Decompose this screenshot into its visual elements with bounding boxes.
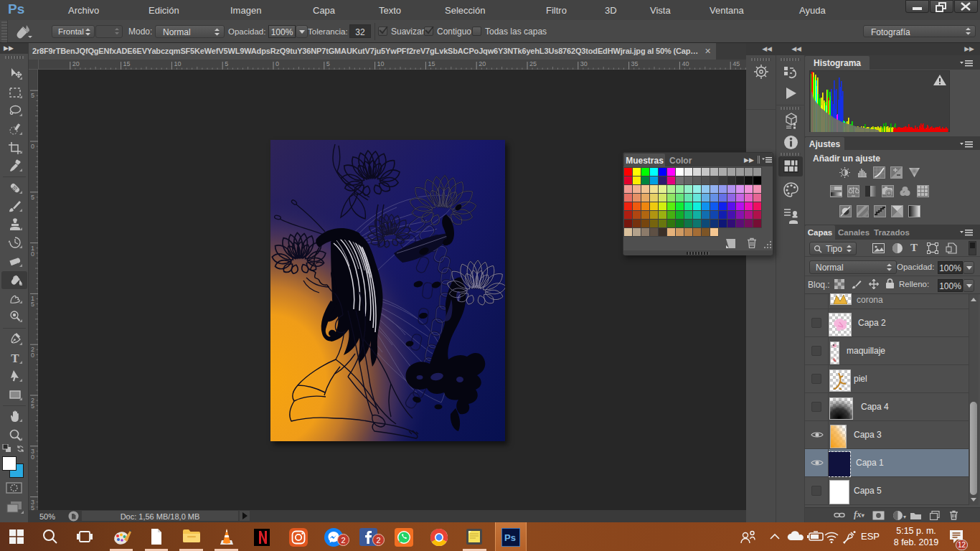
svg-text:5: 5 bbox=[31, 504, 34, 510]
svg-text:10: 10 bbox=[174, 60, 181, 67]
svg-text:35: 35 bbox=[631, 60, 639, 67]
svg-text:Ps: Ps bbox=[504, 532, 516, 543]
svg-text:5: 5 bbox=[326, 60, 330, 67]
svg-text:5: 5 bbox=[31, 301, 34, 308]
svg-text:15: 15 bbox=[428, 60, 435, 67]
svg-text:10: 10 bbox=[377, 60, 385, 67]
svg-text:5: 5 bbox=[225, 60, 228, 67]
svg-text:0: 0 bbox=[31, 143, 34, 150]
svg-text:45: 45 bbox=[732, 60, 740, 67]
svg-text:5: 5 bbox=[31, 402, 34, 410]
svg-text:T: T bbox=[11, 352, 19, 365]
svg-text:20: 20 bbox=[479, 60, 486, 67]
svg-text:15: 15 bbox=[123, 60, 131, 67]
svg-text:5: 5 bbox=[31, 92, 34, 99]
svg-text:0: 0 bbox=[31, 453, 34, 461]
svg-text:5: 5 bbox=[31, 194, 34, 201]
svg-text:0: 0 bbox=[31, 352, 34, 359]
svg-text:0: 0 bbox=[31, 250, 34, 258]
svg-text:20: 20 bbox=[72, 60, 80, 67]
svg-text:0: 0 bbox=[275, 60, 279, 67]
svg-text:25: 25 bbox=[529, 60, 537, 67]
svg-text:30: 30 bbox=[580, 60, 588, 67]
svg-text:40: 40 bbox=[682, 60, 689, 67]
